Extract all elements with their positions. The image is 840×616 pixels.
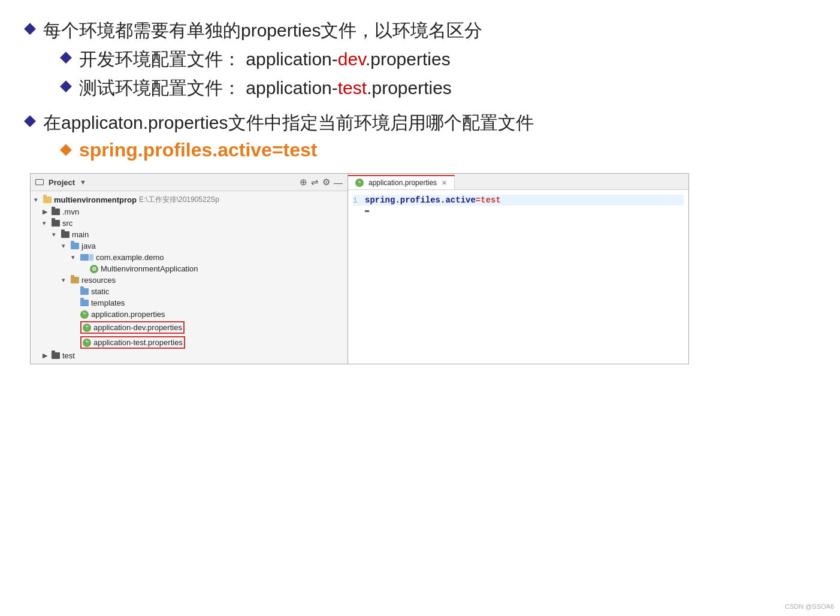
tree-static[interactable]: static [31, 286, 348, 297]
project-panel: Project ▼ ⊕ ⇌ ⚙ — ▾ multienvironmentprop… [31, 174, 348, 364]
templates-name: templates [91, 298, 125, 307]
tree-java[interactable]: ▾ java [31, 240, 348, 252]
test-props-icon: 🍃 [83, 339, 91, 347]
diamond-icon-5: ◆ [60, 139, 72, 159]
bullet-3-highlight: test [338, 78, 367, 98]
tree-main[interactable]: ▾ main [31, 229, 348, 240]
add-icon[interactable]: ⊕ [300, 177, 307, 188]
tree-package[interactable]: ▾ com.example.demo [31, 252, 348, 263]
cursor-indicator: ▬ [365, 206, 369, 215]
code-line-1: 1 spring.profiles.active=test [353, 195, 684, 206]
resources-name: resources [81, 276, 116, 285]
bullet-item-3: ◆ 测试环境配置文件： application-test.properties [24, 76, 816, 101]
code-value-1: test [481, 195, 501, 205]
test-folder-icon [52, 352, 60, 359]
ide-window: Project ▼ ⊕ ⇌ ⚙ — ▾ multienvironmentprop… [30, 173, 689, 364]
static-folder-icon [80, 288, 89, 295]
tree-test[interactable]: ▶ test [31, 350, 348, 361]
package-chevron-icon: ▾ [71, 253, 78, 261]
code-key-1: spring.profiles.active [365, 195, 476, 205]
tab-close-icon[interactable]: ✕ [442, 179, 447, 187]
layout-icon[interactable]: ⇌ [311, 177, 319, 188]
tree-app-props[interactable]: 🍃 application.properties [31, 309, 348, 320]
package-name: com.example.demo [96, 253, 164, 262]
tree-mvn[interactable]: ▶ .mvn [31, 206, 348, 218]
project-tree: ▾ multienvironmentprop E:\工作安排\20190522S… [31, 191, 348, 364]
root-folder-icon [43, 197, 52, 203]
dev-props-name: application-dev.properties [93, 323, 182, 332]
tree-resources[interactable]: ▾ resources [31, 274, 348, 286]
bullet-text-4: 在applicaton.properties文件中指定当前环境启用哪个配置文件 [43, 110, 534, 135]
diamond-icon-1: ◆ [24, 18, 36, 38]
tree-src[interactable]: ▾ src [31, 218, 348, 229]
slide-content: ◆ 每个环境都需要有单独的properties文件，以环境名区分 ◆ 开发环境配… [24, 18, 816, 364]
minimize-icon[interactable]: — [334, 177, 343, 188]
test-chevron-icon: ▶ [43, 352, 50, 360]
line-number-1: 1 [353, 196, 365, 205]
root-name: multienvironmentprop [54, 195, 137, 204]
bullet-text-1: 每个环境都需要有单独的properties文件，以环境名区分 [43, 18, 482, 43]
java-chevron-icon: ▾ [62, 242, 69, 250]
src-folder-icon [52, 220, 60, 227]
bullet-3-prefix: 测试环境配置文件： application- [79, 78, 338, 98]
bullet-item-1: ◆ 每个环境都需要有单独的properties文件，以环境名区分 [24, 18, 816, 43]
dropdown-arrow-icon[interactable]: ▼ [80, 179, 86, 186]
bullet-item-5: ◆ spring.profiles.active=test [24, 139, 816, 161]
diamond-icon-3: ◆ [60, 76, 72, 96]
code-equals-1: = [476, 195, 481, 205]
editor-tab-app-props[interactable]: 🍃 application.properties ✕ [348, 175, 455, 189]
tree-app-test[interactable]: 🍃 application-test.properties [31, 335, 348, 350]
chevron-collapsed-icon: ▶ [43, 208, 50, 216]
test-props-name: application-test.properties [93, 338, 183, 347]
src-chevron-icon: ▾ [43, 219, 50, 227]
spring-class-icon: ⚙ [90, 265, 98, 273]
tree-main-class[interactable]: ⚙ MultienvironmentApplication [31, 263, 348, 274]
editor-content: 1 spring.profiles.active=test ▬ [348, 190, 688, 220]
mvn-name: .mvn [62, 207, 79, 216]
project-label: Project [49, 178, 75, 187]
bullet-text-2: 开发环境配置文件： application-dev.properties [79, 47, 451, 72]
chevron-open-icon: ▾ [34, 196, 41, 204]
diamond-icon-2: ◆ [60, 47, 72, 67]
editor-tab-bar: 🍃 application.properties ✕ [348, 174, 688, 190]
tab-name: application.properties [368, 179, 437, 187]
templates-folder-icon [80, 300, 89, 306]
code-line-2: ▬ [353, 206, 684, 215]
tab-icon: 🍃 [355, 179, 364, 187]
editor-panel: 🍃 application.properties ✕ 1 spring.prof… [348, 174, 688, 364]
bullet-item-2: ◆ 开发环境配置文件： application-dev.properties [24, 47, 816, 72]
bullet-text-3: 测试环境配置文件： application-test.properties [79, 76, 452, 101]
dev-props-icon: 🍃 [83, 324, 91, 332]
bullet-3-suffix: .properties [367, 78, 452, 98]
root-path: E:\工作安排\20190522Sp [139, 195, 219, 205]
settings-icon[interactable]: ⚙ [322, 177, 330, 188]
bullet-2-suffix: .properties [365, 49, 451, 69]
src-name: src [62, 219, 72, 228]
spring-active-text: spring.profiles.active=test [79, 139, 317, 161]
watermark: CSDN @SSOA6 [785, 603, 834, 610]
main-name: main [72, 230, 89, 239]
bullet-item-4: ◆ 在applicaton.properties文件中指定当前环境启用哪个配置文… [24, 110, 816, 135]
main-class-name: MultienvironmentApplication [101, 264, 198, 273]
test-name: test [62, 351, 75, 360]
tree-app-dev[interactable]: 🍃 application-dev.properties [31, 320, 348, 335]
tree-templates[interactable]: templates [31, 297, 348, 309]
tree-root[interactable]: ▾ multienvironmentprop E:\工作安排\20190522S… [31, 194, 348, 206]
bullet-2-highlight: dev [338, 49, 365, 69]
project-toolbar: Project ▼ ⊕ ⇌ ⚙ — [31, 174, 348, 191]
main-folder-icon [61, 231, 70, 238]
package-icon [80, 254, 93, 261]
toolbar-icons: ⊕ ⇌ ⚙ — [300, 177, 343, 188]
bullet-2-prefix: 开发环境配置文件： application- [79, 49, 338, 69]
monitor-icon [35, 179, 44, 185]
resources-folder-icon [71, 277, 79, 283]
app-props-name: application.properties [91, 310, 165, 319]
app-props-icon: 🍃 [80, 310, 89, 319]
java-folder-icon [71, 243, 79, 249]
test-props-highlight-box: 🍃 application-test.properties [80, 336, 185, 349]
static-name: static [91, 287, 109, 296]
java-name: java [81, 241, 96, 250]
resources-chevron-icon: ▾ [62, 276, 69, 284]
spring-active-prefix: spring.profiles.active= [79, 139, 283, 161]
dev-props-highlight-box: 🍃 application-dev.properties [80, 321, 185, 334]
